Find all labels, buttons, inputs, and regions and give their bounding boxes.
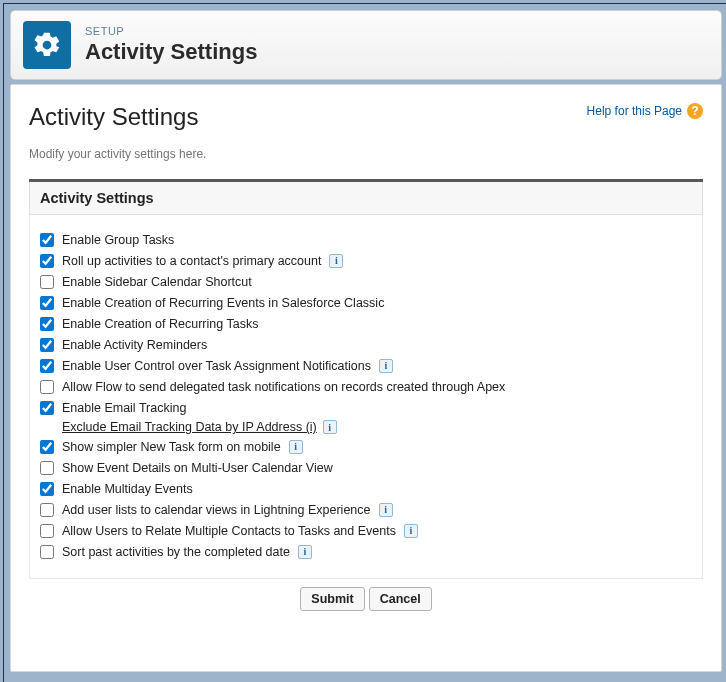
setting-checkbox[interactable] <box>40 233 54 247</box>
help-link[interactable]: Help for this Page ? <box>587 103 703 119</box>
setting-row: Show simpler New Task form on mobilei <box>40 436 692 457</box>
help-icon: ? <box>687 103 703 119</box>
header-text: SETUP Activity Settings <box>85 25 257 65</box>
setting-checkbox[interactable] <box>40 461 54 475</box>
setting-checkbox[interactable] <box>40 401 54 415</box>
setting-row: Enable User Control over Task Assignment… <box>40 355 692 376</box>
setting-label: Enable Multiday Events <box>62 482 193 496</box>
setting-label: Roll up activities to a contact's primar… <box>62 254 321 268</box>
exclude-email-tracking-link[interactable]: Exclude Email Tracking Data by IP Addres… <box>62 420 317 434</box>
setting-label: Enable Email Tracking <box>62 401 186 415</box>
setting-checkbox[interactable] <box>40 338 54 352</box>
setting-row: Roll up activities to a contact's primar… <box>40 250 692 271</box>
setting-label: Sort past activities by the completed da… <box>62 545 290 559</box>
gear-icon <box>23 21 71 69</box>
setting-checkbox[interactable] <box>40 482 54 496</box>
content-card: Activity Settings Help for this Page ? M… <box>10 84 722 672</box>
setting-checkbox[interactable] <box>40 296 54 310</box>
setting-checkbox[interactable] <box>40 524 54 538</box>
setting-checkbox[interactable] <box>40 317 54 331</box>
app-frame: SETUP Activity Settings Activity Setting… <box>3 3 726 682</box>
page-subtext: Modify your activity settings here. <box>29 147 703 161</box>
setting-label: Enable Activity Reminders <box>62 338 207 352</box>
setting-label: Enable Creation of Recurring Events in S… <box>62 296 384 310</box>
info-icon[interactable]: i <box>323 420 337 434</box>
setting-checkbox[interactable] <box>40 545 54 559</box>
section-body: Enable Group TasksRoll up activities to … <box>29 215 703 579</box>
setting-row: Allow Users to Relate Multiple Contacts … <box>40 520 692 541</box>
setting-checkbox[interactable] <box>40 380 54 394</box>
setting-label: Enable Group Tasks <box>62 233 174 247</box>
setup-label: SETUP <box>85 25 257 37</box>
setting-sublink-row: Exclude Email Tracking Data by IP Addres… <box>62 420 692 434</box>
info-icon[interactable]: i <box>289 440 303 454</box>
section-title: Activity Settings <box>29 182 703 215</box>
submit-button[interactable]: Submit <box>300 587 364 611</box>
setting-row: Enable Creation of Recurring Events in S… <box>40 292 692 313</box>
setting-row: Enable Activity Reminders <box>40 334 692 355</box>
setting-row: Add user lists to calendar views in Ligh… <box>40 499 692 520</box>
setting-label: Add user lists to calendar views in Ligh… <box>62 503 371 517</box>
setting-row: Sort past activities by the completed da… <box>40 541 692 562</box>
footer-buttons: Submit Cancel <box>29 587 703 611</box>
setting-checkbox[interactable] <box>40 254 54 268</box>
setting-checkbox[interactable] <box>40 503 54 517</box>
setting-row: Enable Sidebar Calendar Shortcut <box>40 271 692 292</box>
setting-row: Enable Email Tracking <box>40 397 692 418</box>
setting-row: Enable Multiday Events <box>40 478 692 499</box>
info-icon[interactable]: i <box>404 524 418 538</box>
setting-row: Show Event Details on Multi-User Calenda… <box>40 457 692 478</box>
info-icon[interactable]: i <box>379 503 393 517</box>
cancel-button[interactable]: Cancel <box>369 587 432 611</box>
page-title: Activity Settings <box>29 103 198 131</box>
setting-row: Allow Flow to send delegated task notifi… <box>40 376 692 397</box>
info-icon[interactable]: i <box>329 254 343 268</box>
setting-label: Show simpler New Task form on mobile <box>62 440 281 454</box>
setting-label: Enable User Control over Task Assignment… <box>62 359 371 373</box>
setting-label: Enable Sidebar Calendar Shortcut <box>62 275 252 289</box>
settings-section: Activity Settings Enable Group TasksRoll… <box>29 179 703 579</box>
setting-checkbox[interactable] <box>40 359 54 373</box>
setting-checkbox[interactable] <box>40 275 54 289</box>
header-title: Activity Settings <box>85 39 257 65</box>
help-link-label: Help for this Page <box>587 104 682 118</box>
info-icon[interactable]: i <box>298 545 312 559</box>
page-head: Activity Settings Help for this Page ? <box>29 103 703 131</box>
setting-row: Enable Group Tasks <box>40 229 692 250</box>
setting-row: Enable Creation of Recurring Tasks <box>40 313 692 334</box>
setting-label: Enable Creation of Recurring Tasks <box>62 317 258 331</box>
setting-label: Show Event Details on Multi-User Calenda… <box>62 461 333 475</box>
info-icon[interactable]: i <box>379 359 393 373</box>
setting-label: Allow Flow to send delegated task notifi… <box>62 380 505 394</box>
setting-label: Allow Users to Relate Multiple Contacts … <box>62 524 396 538</box>
header-card: SETUP Activity Settings <box>10 10 722 80</box>
setting-checkbox[interactable] <box>40 440 54 454</box>
